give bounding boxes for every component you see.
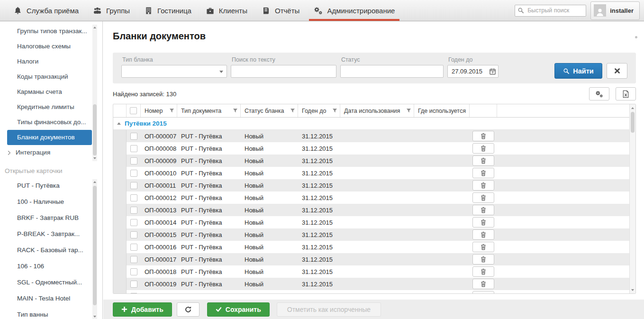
header-valid-until[interactable]: Годен до	[298, 104, 340, 117]
delete-row-button[interactable]	[472, 168, 494, 178]
table-row[interactable]: ОП-000013 PUT - Путёвка Новый 31.12.2015	[113, 204, 635, 216]
sidebar-item-transaction-codes[interactable]: Коды транзакций	[0, 69, 102, 84]
delete-row-button[interactable]	[472, 205, 494, 215]
filter-funnel-icon[interactable]	[404, 108, 411, 113]
table-row-partial[interactable]	[113, 290, 635, 294]
sidebar-item-financial-doc-types[interactable]: Типы финансовых до...	[0, 115, 102, 130]
delete-row-button[interactable]	[472, 254, 494, 264]
row-checkbox[interactable]	[130, 182, 137, 189]
delete-row-button[interactable]	[472, 291, 494, 294]
delete-row-button[interactable]	[472, 143, 494, 154]
row-checkbox[interactable]	[130, 170, 137, 177]
row-checkbox[interactable]	[130, 231, 137, 238]
table-row[interactable]: ОП-000015 PUT - Путёвка Новый 31.12.2015	[113, 228, 635, 241]
table-row[interactable]: ОП-000007 PUT - Путёвка Новый 31.12.2015	[113, 130, 635, 142]
row-checkbox[interactable]	[130, 194, 137, 201]
table-row[interactable]: ОП-000009 PUT - Путёвка Новый 31.12.2015	[113, 155, 635, 167]
table-row[interactable]: ОП-000017 PUT - Путёвка Новый 31.12.2015	[113, 253, 635, 265]
sidebar-item-account-pockets[interactable]: Карманы счета	[0, 84, 102, 100]
calendar-icon[interactable]	[489, 68, 496, 75]
table-row[interactable]: ОП-000008 PUT - Путёвка Новый 31.12.2015	[113, 142, 635, 155]
scroll-down-icon[interactable]	[92, 314, 97, 319]
nav-item-reports[interactable]: Отчёты	[254, 0, 307, 21]
row-checkbox[interactable]	[130, 293, 137, 294]
header-doc-type[interactable]: Тип документа	[177, 104, 241, 117]
table-row[interactable]: ОП-000016 PUT - Путёвка Новый 31.12.2015	[113, 241, 635, 253]
sidebar-item-tax-schemes[interactable]: Налоговые схемы	[0, 39, 102, 54]
open-card-sgl[interactable]: SGL - Одноместный...	[0, 274, 102, 291]
export-excel-button[interactable]	[616, 87, 636, 100]
header-form-status[interactable]: Статус бланка	[241, 104, 298, 117]
delete-row-button[interactable]	[472, 242, 494, 252]
filter-funnel-icon[interactable]	[167, 108, 174, 113]
open-card-rack[interactable]: RACK - Базовый тар...	[0, 242, 102, 258]
sidebar-item-transaction-type-groups[interactable]: Группы типов транзак...	[0, 24, 102, 39]
row-checkbox[interactable]	[130, 281, 137, 288]
table-row[interactable]: ОП-000014 PUT - Путёвка Новый 31.12.2015	[113, 216, 635, 228]
filter-funnel-icon[interactable]	[330, 108, 337, 113]
form-type-select[interactable]	[121, 65, 227, 78]
add-button[interactable]: Добавить	[113, 302, 172, 317]
delete-row-button[interactable]	[472, 217, 494, 228]
delete-row-button[interactable]	[472, 131, 494, 141]
mark-spoiled-button-disabled[interactable]: Отметить как испорченные	[277, 302, 381, 317]
nav-item-groups[interactable]: Группы	[86, 0, 137, 21]
sidebar-scrollbar-bottom[interactable]	[92, 179, 97, 319]
grid-settings-button[interactable]	[589, 87, 609, 100]
sidebar-item-credit-limits[interactable]: Кредитные лимиты	[0, 100, 102, 115]
row-checkbox[interactable]	[130, 145, 137, 152]
scroll-down-icon[interactable]	[92, 155, 97, 161]
clear-filters-button[interactable]	[607, 63, 627, 79]
text-search-input[interactable]	[231, 65, 336, 78]
delete-row-button[interactable]	[472, 229, 494, 240]
save-button[interactable]: Сохранить	[207, 302, 270, 317]
row-checkbox[interactable]	[130, 157, 137, 164]
open-card-main[interactable]: MAIN - Tesla Hotel	[0, 291, 102, 307]
sidebar-item-document-forms-selected[interactable]: Бланки документов	[7, 130, 92, 145]
nav-item-administration-active[interactable]: Администрирование	[307, 0, 402, 21]
filter-funnel-icon[interactable]	[288, 108, 295, 113]
grid-vertical-scrollbar[interactable]	[629, 104, 635, 293]
user-menu[interactable]: installer	[590, 1, 640, 20]
quick-search-input[interactable]	[515, 5, 586, 17]
delete-row-button[interactable]	[472, 192, 494, 203]
nav-item-clients[interactable]: Клиенты	[199, 0, 254, 21]
table-row[interactable]: ОП-000018 PUT - Путёвка Новый 31.12.2015	[113, 265, 635, 278]
nav-item-front-desk[interactable]: Служба приёма	[6, 0, 86, 21]
row-checkbox[interactable]	[130, 268, 137, 275]
open-card-106[interactable]: 106 - 106	[0, 258, 102, 274]
sidebar-item-taxes[interactable]: Налоги	[0, 54, 102, 69]
table-row[interactable]: ОП-000019 PUT - Путёвка Новый 31.12.2015	[113, 278, 635, 290]
row-checkbox[interactable]	[130, 244, 137, 251]
select-all-checkbox[interactable]	[130, 107, 137, 114]
scrollbar-thumb[interactable]	[93, 104, 97, 155]
sidebar-scrollbar-top[interactable]	[92, 25, 97, 161]
filter-funnel-icon[interactable]	[231, 108, 238, 113]
scroll-down-icon[interactable]	[630, 287, 635, 293]
scroll-up-icon[interactable]	[92, 25, 97, 30]
open-card-brkf[interactable]: BRKF - Завтрак RUB	[0, 210, 102, 226]
nav-item-hotel[interactable]: Гостиница	[137, 0, 199, 21]
delete-row-button[interactable]	[472, 180, 494, 191]
delete-row-button[interactable]	[472, 266, 494, 277]
scroll-up-icon[interactable]	[92, 179, 97, 185]
open-card-bath-type[interactable]: Тип ванны	[0, 307, 102, 319]
header-number[interactable]: Номер	[141, 104, 177, 117]
delete-row-button[interactable]	[472, 155, 494, 166]
refresh-button[interactable]	[177, 302, 200, 317]
group-collapse-icon[interactable]	[117, 122, 121, 125]
row-checkbox[interactable]	[130, 256, 137, 263]
scrollbar-thumb[interactable]	[93, 186, 97, 305]
group-label[interactable]: Путёвки 2015	[125, 120, 167, 127]
open-card-100[interactable]: 100 - Наличные	[0, 194, 102, 210]
table-row[interactable]: ОП-000010 PUT - Путёвка Новый 31.12.2015	[113, 167, 635, 179]
table-row[interactable]: ОП-000011 PUT - Путёвка Новый 31.12.2015	[113, 179, 635, 191]
scrollbar-thumb[interactable]	[631, 112, 635, 133]
status-input[interactable]	[340, 65, 444, 78]
header-used-where[interactable]: Где используется	[414, 104, 470, 117]
scroll-up-icon[interactable]	[630, 105, 635, 111]
row-checkbox[interactable]	[130, 219, 137, 226]
row-checkbox[interactable]	[130, 207, 137, 214]
sidebar-item-integration[interactable]: Интеграция	[0, 145, 102, 160]
row-checkbox[interactable]	[130, 133, 137, 140]
